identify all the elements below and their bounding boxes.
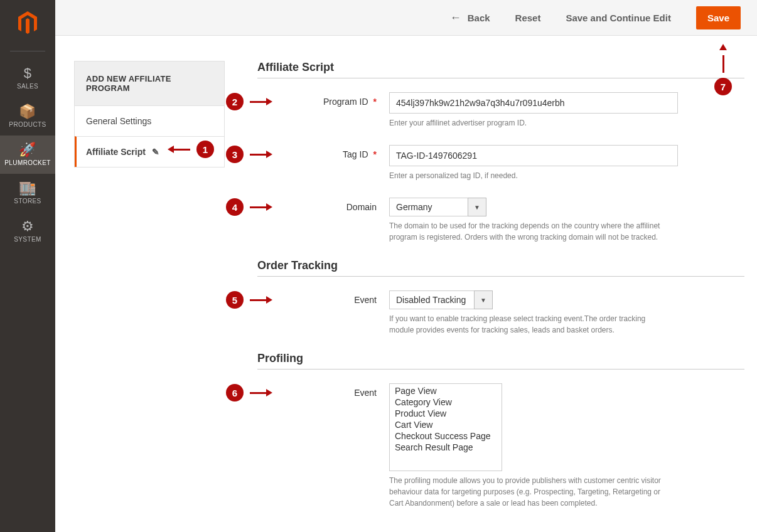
chevron-down-icon: ▼ (474, 290, 493, 309)
required-asterisk: * (373, 97, 377, 107)
arrow-left-icon (168, 146, 190, 153)
label-tag-id: Tag ID (343, 149, 368, 159)
label-domain: Domain (346, 202, 377, 212)
input-program-id[interactable] (389, 92, 678, 114)
help-program-id: Enter your affilinet advertiser program … (389, 117, 678, 129)
admin-sidebar: $ SALES 📦 PRODUCTS 🚀 PLUMROCKET 🏬 STORES… (0, 0, 55, 532)
select-domain-value: Germany (389, 198, 468, 216)
rocket-icon: 🚀 (19, 143, 36, 157)
section-title-profiling: Profiling (257, 352, 744, 365)
nav-label: STORES (14, 198, 41, 205)
input-tag-id[interactable] (389, 145, 678, 166)
badge-5: 5 (226, 291, 244, 309)
arrow-right-icon (250, 98, 272, 105)
nav-label: PLUMROCKET (4, 159, 50, 166)
label-tracking-event: Event (354, 295, 377, 305)
required-asterisk: * (373, 149, 377, 159)
badge-4: 4 (226, 198, 244, 216)
save-continue-button[interactable]: Save and Continue Edit (566, 13, 671, 23)
gear-icon: ⚙ (21, 220, 34, 233)
annotation-7: 7 (714, 44, 732, 95)
nav-plumrocket[interactable]: 🚀 PLUMROCKET (0, 136, 55, 174)
nav-label: PRODUCTS (9, 121, 46, 128)
arrow-right-icon (250, 296, 272, 304)
profiling-option[interactable]: Category View (390, 396, 502, 408)
annotation-2: 2 (226, 93, 272, 110)
save-button[interactable]: Save (696, 6, 741, 29)
reset-button[interactable]: Reset (515, 13, 541, 23)
select-tracking-event-value: Disabled Tracking (389, 290, 474, 309)
badge-6: 6 (226, 384, 244, 402)
pencil-icon: ✎ (152, 147, 159, 157)
profiling-option[interactable]: Cart View (390, 419, 502, 430)
annotation-4: 4 (226, 198, 272, 216)
select-tracking-event[interactable]: Disabled Tracking ▼ (389, 290, 493, 309)
nav-products[interactable]: 📦 PRODUCTS (0, 97, 55, 136)
nav-label: SALES (17, 83, 38, 90)
help-profiling-event: The profiling module allows you to provi… (389, 475, 665, 509)
tab-label: Affiliate Script (86, 147, 146, 157)
help-tracking-event: If you want to enable tracking please se… (389, 313, 665, 336)
row-tag-id: 3 Tag ID * Enter a personalized tag ID, … (257, 145, 744, 181)
box-icon: 📦 (19, 105, 36, 119)
chevron-down-icon: ▼ (468, 198, 486, 216)
help-tag-id: Enter a personalized tag ID, if needed. (389, 170, 678, 181)
row-profiling-event: 6 Event Page ViewCategory ViewProduct Vi… (257, 383, 744, 509)
magento-logo-icon (17, 11, 38, 38)
annotation-6: 6 (226, 384, 272, 402)
section-title-affiliate-script: Affiliate Script (257, 61, 744, 74)
arrow-up-icon (719, 44, 727, 50)
badge-3: 3 (226, 146, 244, 163)
storefront-icon: 🏬 (19, 181, 36, 195)
section-divider (257, 78, 744, 78)
annotation-5: 5 (226, 291, 272, 309)
badge-2: 2 (226, 93, 244, 110)
back-button[interactable]: ← Back (450, 11, 490, 24)
top-action-bar: ← Back Reset Save and Continue Edit Save… (55, 0, 757, 36)
nav-stores[interactable]: 🏬 STORES (0, 174, 55, 212)
profiling-option[interactable]: Checkout Success Page (390, 430, 502, 442)
select-domain[interactable]: Germany ▼ (389, 198, 486, 216)
arrow-right-icon (250, 389, 272, 396)
row-program-id: 2 Program ID * Enter your affilinet adve… (257, 92, 744, 129)
page-body: ADD NEW AFFILIATE PROGRAM General Settin… (55, 36, 757, 532)
label-program-id: Program ID (323, 97, 368, 107)
label-profiling-event: Event (354, 388, 377, 398)
badge-1: 1 (196, 141, 214, 158)
form-panel: Affiliate Script 2 Program ID * Enter yo… (225, 61, 744, 525)
profiling-option[interactable]: Product View (390, 408, 502, 419)
section-title-order-tracking: Order Tracking (257, 259, 744, 272)
tab-general-settings[interactable]: General Settings (75, 105, 224, 136)
profiling-option[interactable]: Search Result Page (390, 442, 502, 453)
annotation-3: 3 (226, 146, 272, 163)
nav-sales[interactable]: $ SALES (0, 59, 55, 97)
row-domain: 4 Domain Germany ▼ The domain to be used… (257, 198, 744, 243)
section-divider (257, 369, 744, 370)
nav-label: SYSTEM (14, 236, 41, 243)
section-divider (257, 276, 744, 277)
arrow-right-icon (250, 151, 272, 158)
profiling-option[interactable]: Page View (390, 385, 502, 396)
dollar-icon: $ (24, 66, 32, 80)
form-tabs: ADD NEW AFFILIATE PROGRAM General Settin… (74, 61, 225, 168)
multiselect-profiling-event[interactable]: Page ViewCategory ViewProduct ViewCart V… (389, 383, 502, 471)
arrow-right-icon (250, 203, 272, 211)
tabs-header: ADD NEW AFFILIATE PROGRAM (75, 61, 224, 105)
annotation-1: 1 (168, 141, 214, 158)
help-domain: The domain to be used for the tracking d… (389, 220, 665, 243)
badge-7: 7 (714, 78, 732, 95)
nav-system[interactable]: ⚙ SYSTEM (0, 212, 55, 250)
row-tracking-event: 5 Event Disabled Tracking ▼ If you want … (257, 290, 744, 336)
arrow-left-icon: ← (450, 11, 461, 24)
back-label: Back (468, 13, 490, 23)
